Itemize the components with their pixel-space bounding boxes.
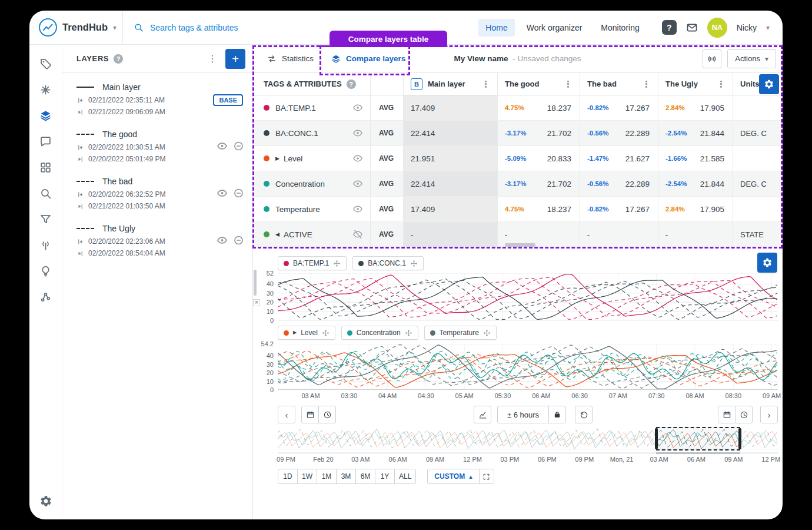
history-button[interactable] [575,406,593,423]
avatar[interactable]: NA [707,18,727,38]
column-menu-icon[interactable]: ⋮ [642,80,651,88]
table-row[interactable]: TemperatureAVG17.4094.75%18.237-0.82%17.… [253,197,782,222]
table-horizontal-scrollbar[interactable] [505,243,535,247]
lock-button[interactable] [548,406,566,423]
timeline-overview[interactable] [278,428,778,449]
layers-menu-icon[interactable]: ⋮ [208,54,217,64]
column-the-ugly[interactable]: The Ugly ⋮ [658,73,733,95]
range-preset-all[interactable]: ALL [394,469,416,484]
range-preset-1d[interactable]: 1D [278,469,298,484]
nav-item-home[interactable]: Home [478,19,514,37]
nav-item-monitoring[interactable]: Monitoring [594,19,646,37]
tab-statistics[interactable]: Statistics [267,54,314,64]
layer-visibility-icon[interactable] [217,188,228,199]
legend-chip[interactable]: BA:CONC.1 [352,256,424,270]
mail-icon[interactable] [686,22,698,34]
tab-compare-layers[interactable]: Compare layers [331,54,405,64]
tag-name-cell[interactable]: BA:CONC.1 [253,121,371,145]
sidebar-funnel-icon[interactable] [39,212,53,226]
user-name[interactable]: Nicky [737,23,757,32]
brand[interactable]: TrendHub ▾ [29,18,122,37]
tag-name-cell[interactable]: ◀ACTIVE [253,222,371,247]
sidebar-gear-icon[interactable] [39,494,53,508]
aggregation-cell[interactable]: AVG [371,171,404,196]
tag-name-cell[interactable]: Temperature [253,197,371,221]
visibility-on-icon[interactable] [352,153,363,164]
overview-scroll-thumb[interactable] [656,452,740,454]
custom-range-button[interactable]: CUSTOM ▴ [427,469,479,484]
pan-right-button[interactable]: › [760,406,778,423]
column-main-layer[interactable]: B Main layer ⋮ [404,73,498,95]
layer-item[interactable]: The Ugly02/20/2022 02:23:06 AM02/20/2022… [62,217,252,264]
aggregation-cell[interactable]: AVG [371,95,404,120]
sidebar-comment-icon[interactable] [39,134,53,148]
sidebar-layers-icon[interactable] [39,108,53,122]
visibility-off-icon[interactable] [352,229,363,240]
layers-help-icon[interactable]: ? [114,54,123,64]
move-icon[interactable] [333,260,341,267]
move-icon[interactable] [322,329,330,337]
search-input[interactable] [150,23,350,32]
layer-item[interactable]: The bad02/20/2022 06:32:52 PM02/21/2022 … [62,170,252,217]
expand-caret-icon[interactable]: ▶ [293,330,297,335]
sidebar-grid-icon[interactable] [39,160,53,174]
sidebar-nodes-icon[interactable] [39,290,53,304]
layer-item[interactable]: Main layer02/21/2022 02:35:11 AM02/21/20… [62,75,252,122]
expand-caret-icon[interactable]: ◀ [275,232,279,237]
broadcast-button[interactable] [703,49,721,68]
tag-name-cell[interactable]: Concentration [253,171,371,196]
table-row[interactable]: BA:CONC.1AVG22.414-3.17%21.702-0.56%22.2… [253,121,782,146]
column-the-good[interactable]: The good ⋮ [498,73,580,95]
actions-button[interactable]: Actions ▾ [727,49,776,68]
expand-caret-icon[interactable]: ▶ [275,156,279,161]
column-menu-icon[interactable]: ⋮ [717,80,726,88]
brand-caret-icon[interactable]: ▾ [113,24,117,31]
expand-range-button[interactable] [479,469,494,484]
overview-scrollbar[interactable] [278,452,778,454]
layer-remove-icon[interactable] [233,235,244,246]
sidebar-antenna-icon[interactable] [39,238,53,252]
table-row[interactable]: BA:TEMP.1AVG17.4094.75%18.237-0.82%17.26… [253,95,782,121]
sidebar-search-icon[interactable] [39,186,53,200]
tag-name-cell[interactable]: BA:TEMP.1 [253,95,371,120]
help-button[interactable]: ? [662,20,677,35]
calendar-button-right[interactable] [718,406,736,423]
time-range-button[interactable]: ± 6 hours [497,406,549,423]
timeline-selection[interactable] [656,427,740,450]
visibility-on-icon[interactable] [352,178,363,189]
clock-button-right[interactable] [735,406,753,423]
search-bar[interactable] [123,22,361,32]
move-icon[interactable] [405,329,412,337]
legend-chip[interactable]: Concentration [341,326,418,340]
nav-item-work-organizer[interactable]: Work organizer [520,19,590,37]
chart-zoom-button[interactable] [474,406,491,423]
table-settings-button[interactable] [759,74,779,94]
aggregation-cell[interactable]: AVG [371,121,404,145]
sidebar-tag-icon[interactable] [39,57,53,71]
user-menu-caret-icon[interactable]: ▾ [766,24,770,31]
layer-visibility-icon[interactable] [217,235,228,246]
range-preset-1m[interactable]: 1M [317,469,337,484]
aggregation-cell[interactable]: AVG [371,197,404,221]
add-layer-button[interactable]: + [225,49,245,69]
layer-remove-icon[interactable] [233,188,244,199]
visibility-on-icon[interactable] [352,204,363,214]
pan-left-button[interactable]: ‹ [278,406,295,423]
layer-visibility-icon[interactable] [217,141,228,152]
legend-chip[interactable]: Temperature [424,326,497,340]
column-menu-icon[interactable]: ⋮ [564,80,573,88]
chart-settings-button[interactable] [757,253,777,273]
range-preset-6m[interactable]: 6M [355,469,375,484]
table-row[interactable]: ConcentrationAVG22.414-3.17%21.702-0.56%… [253,171,782,197]
aggregation-cell[interactable]: AVG [371,146,404,171]
column-menu-icon[interactable]: ⋮ [481,80,490,88]
move-icon[interactable] [483,329,491,337]
chart2-plot[interactable] [278,344,778,390]
chart1-plot[interactable] [278,273,778,320]
tags-help-icon[interactable]: ? [347,80,356,89]
tag-name-cell[interactable]: ▶Level [253,146,371,171]
legend-chip[interactable]: ▶Level [278,326,335,340]
range-preset-1y[interactable]: 1Y [375,469,395,484]
sidebar-sparkle-icon[interactable] [39,82,53,97]
move-icon[interactable] [410,260,418,267]
